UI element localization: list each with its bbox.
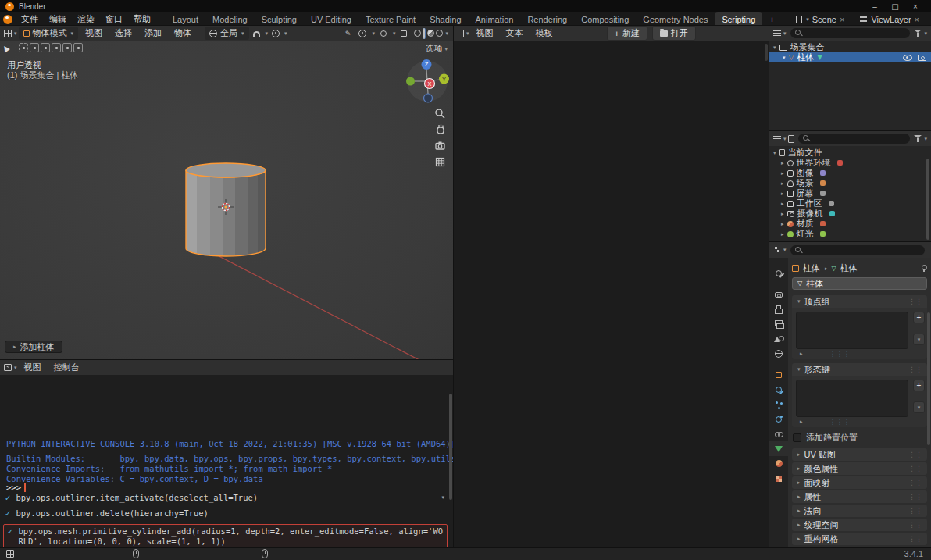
tab-rendering[interactable]: Rendering: [520, 12, 574, 26]
scale-tool-icon[interactable]: [62, 43, 72, 52]
blender-menu-icon[interactable]: [3, 15, 12, 24]
editor-type-icon[interactable]: [4, 30, 12, 37]
attributes-panel-header[interactable]: ▸属性 ⋮⋮: [792, 490, 927, 503]
drag-handle-icon[interactable]: ⋮⋮: [908, 535, 922, 543]
browse-scene-icon[interactable]: [796, 16, 802, 23]
pan-view-hand-icon[interactable]: [434, 123, 447, 136]
list-filter-expand-icon[interactable]: ▸: [800, 351, 803, 357]
xray-toggle-icon[interactable]: [398, 28, 410, 39]
drag-handle-icon[interactable]: ⋮⋮: [908, 465, 922, 473]
expand-icon[interactable]: ▸: [781, 201, 784, 207]
remove-viewlayer-icon[interactable]: ×: [915, 15, 919, 24]
list-filter-expand-icon[interactable]: ▸: [800, 419, 803, 425]
cylinder-object[interactable]: [186, 163, 266, 256]
expand-icon[interactable]: ▸: [781, 180, 784, 187]
expand-icon[interactable]: ▸: [781, 191, 784, 197]
text-editor-scrollbar[interactable]: [765, 44, 768, 61]
expand-icon[interactable]: ▸: [781, 231, 784, 237]
close-button[interactable]: ×: [905, 2, 926, 11]
unlink-scene-icon[interactable]: ×: [840, 15, 844, 24]
open-text-button[interactable]: 打开: [652, 26, 696, 41]
outliner-editor-icon[interactable]: [773, 30, 781, 37]
properties-search-input[interactable]: [790, 245, 925, 255]
text-menu-text[interactable]: 文本: [501, 27, 529, 40]
shape-key-specials-button[interactable]: ▾: [913, 401, 925, 413]
viewport-menu-view[interactable]: 视图: [80, 27, 108, 40]
properties-tab-object[interactable]: [769, 367, 788, 382]
uv-maps-panel-header[interactable]: ▸UV 贴图 ⋮⋮: [792, 448, 927, 461]
outliner-row-collection[interactable]: ▾ 场景集合: [769, 42, 931, 52]
solid-shading-icon[interactable]: [423, 28, 426, 39]
overlays-toggle-icon[interactable]: [377, 28, 390, 39]
properties-editor-icon[interactable]: [773, 247, 781, 254]
blend-file-scrollbar[interactable]: [926, 159, 929, 240]
cursor-tool-icon[interactable]: [30, 43, 39, 52]
outliner-editor-icon[interactable]: [773, 136, 781, 142]
info-log-row-selected[interactable]: ✓ bpy.ops.mesh.primitive_cylinder_add(ra…: [3, 524, 448, 549]
console-body[interactable]: PYTHON INTERACTIVE CONSOLE 3.10.8 (main,…: [0, 375, 454, 547]
console-scrollbar[interactable]: [449, 394, 452, 500]
console-prompt[interactable]: >>>: [6, 483, 26, 493]
filter-icon[interactable]: [914, 135, 922, 142]
snap-magnet-icon[interactable]: [251, 28, 263, 39]
properties-tab-world[interactable]: [769, 346, 788, 361]
properties-tab-output[interactable]: [769, 301, 788, 316]
expand-icon[interactable]: ▾: [773, 150, 776, 156]
remesh-panel-header[interactable]: ▸重构网格 ⋮⋮: [792, 533, 927, 545]
expand-icon[interactable]: ▸: [781, 211, 784, 217]
menu-render[interactable]: 渲染: [72, 12, 100, 26]
active-tool-icon[interactable]: ▲: [2, 43, 9, 52]
blend-file-row-images[interactable]: ▸ 图像: [769, 168, 931, 178]
scene-name[interactable]: Scene: [812, 15, 836, 24]
console-editor-icon[interactable]: [4, 364, 12, 371]
properties-tab-object-data[interactable]: [769, 441, 788, 456]
expand-icon[interactable]: ▾: [773, 45, 776, 51]
viewport-canvas[interactable]: ▲ 选项▾ 用户透视 (1) 场景集合 | 柱体 Z Y: [0, 41, 454, 360]
transform-orientation-dropdown[interactable]: 全局 ▾: [205, 27, 249, 40]
drag-handle-icon[interactable]: ⋮⋮: [908, 366, 922, 373]
list-resize-grip[interactable]: ⋮⋮⋮: [829, 350, 851, 358]
gizmo-minus-y-ball[interactable]: [406, 77, 415, 86]
rendered-shading-icon[interactable]: [436, 30, 443, 37]
proportional-edit-icon[interactable]: [269, 28, 282, 39]
gizmo-toggle-icon[interactable]: [356, 28, 369, 39]
console-menu-console[interactable]: 控制台: [48, 361, 85, 374]
new-text-button[interactable]: + 新建: [607, 26, 647, 41]
properties-tab-constraints[interactable]: [769, 426, 788, 441]
hide-eye-icon[interactable]: [903, 55, 912, 61]
vertex-group-specials-button[interactable]: ▾: [913, 334, 925, 345]
color-attributes-panel-header[interactable]: ▸颜色属性 ⋮⋮: [792, 462, 927, 475]
text-editor-body[interactable]: [454, 41, 769, 547]
blend-file-row-workspaces[interactable]: ▸ 工作区: [769, 198, 931, 209]
pin-icon[interactable]: [920, 265, 927, 272]
tab-scripting[interactable]: Scripting: [715, 12, 762, 26]
drag-handle-icon[interactable]: ⋮⋮: [908, 479, 922, 487]
shape-keys-panel-header[interactable]: ▾ 形态键 ⋮⋮: [792, 363, 927, 376]
face-maps-panel-header[interactable]: ▸面映射 ⋮⋮: [792, 476, 927, 489]
render-visibility-camera-icon[interactable]: [918, 55, 926, 61]
properties-tab-particles[interactable]: [769, 397, 788, 412]
properties-tab-tool[interactable]: [769, 266, 788, 280]
properties-tab-render[interactable]: [769, 287, 788, 301]
collapse-icon[interactable]: ▾: [441, 493, 444, 503]
blend-file-root-row[interactable]: ▾ 当前文件: [769, 148, 931, 158]
breadcrumb-object-label[interactable]: 柱体: [803, 262, 820, 274]
text-editor-icon[interactable]: [458, 30, 464, 37]
properties-scrollbar[interactable]: [927, 312, 930, 445]
tab-shading[interactable]: Shading: [423, 12, 468, 26]
expand-icon[interactable]: ▸: [781, 160, 784, 166]
select-box-tool-icon[interactable]: [19, 43, 28, 52]
drag-handle-icon[interactable]: ⋮⋮: [908, 521, 922, 529]
zoom-view-icon[interactable]: [434, 108, 447, 120]
vertex-groups-panel-header[interactable]: ▾ 顶点组 ⋮⋮: [792, 295, 927, 308]
text-menu-view[interactable]: 视图: [471, 27, 499, 40]
material-shading-icon[interactable]: [427, 30, 434, 37]
wireframe-shading-icon[interactable]: [414, 30, 421, 37]
vertex-groups-list[interactable]: [796, 312, 908, 349]
menu-help[interactable]: 帮助: [128, 12, 156, 26]
annotate-cursor-icon[interactable]: ✎: [341, 28, 354, 39]
add-workspace-button[interactable]: +: [762, 12, 781, 26]
navigation-gizmo[interactable]: Z Y X: [405, 59, 449, 103]
viewport-menu-select[interactable]: 选择: [109, 27, 137, 40]
console-menu-view[interactable]: 视图: [19, 361, 47, 374]
